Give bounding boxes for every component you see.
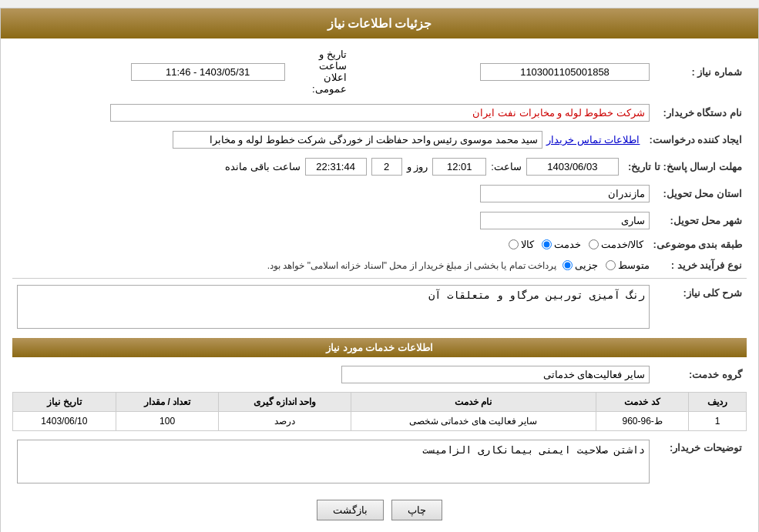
col-vahed: واحد اندازه گیری (219, 393, 351, 412)
tabaqe-kala-khidmat-label: کالا/خدمت (601, 239, 644, 250)
tarikh-deadline: 1403/06/03 (526, 158, 619, 176)
farayand-motavasset-label: متوسط (618, 259, 650, 271)
bazgasht-button[interactable]: بازگشت (317, 500, 384, 520)
tabaqe-khedmat-label: خدمت (554, 239, 581, 250)
sharh-koli-label: شرح کلی نیاز: (654, 283, 747, 333)
ostan-label: استان محل تحویل: (654, 182, 747, 205)
cell-radif: 1 (689, 412, 747, 431)
services-table: ردیف کد خدمت نام خدمت واحد اندازه گیری ت… (12, 392, 747, 431)
ostan-value: مازندران (480, 185, 650, 202)
nooe-farayand-label: نوع فرآیند خرید : (654, 257, 747, 273)
tabaqe-kala-khidmat[interactable]: کالا/خدمت (589, 239, 644, 250)
baqi-mande-label: ساعت باقی مانده (225, 161, 300, 172)
shahr-value: ساری (480, 212, 650, 229)
service-info-title: اطلاعات خدمات مورد نیاز (12, 338, 747, 357)
tabaqe-radio-group: کالا/خدمت خدمت کالا (509, 239, 644, 250)
farayand-motavasset[interactable]: متوسط (606, 259, 650, 271)
ijad-konande-link[interactable]: اطلاعات تماس خریدار (546, 134, 640, 146)
rooz-value: 2 (371, 158, 402, 176)
cell-vahed: درصد (219, 412, 351, 431)
rooz-label: روز و (407, 161, 428, 172)
farayand-note: پرداخت تمام یا بخشی از مبلغ خریدار از مح… (267, 260, 556, 271)
col-tedad: تعداد / مقدار (116, 393, 219, 412)
farayand-radio-group: متوسط جزیی (563, 259, 650, 271)
cell-kod: ط-96-960 (596, 412, 688, 431)
tabaqe-khedmat-radio[interactable] (542, 239, 552, 249)
ijad-konande-value: سید محمد موسوی رئیس واحد حفاظت از خوردگی… (173, 131, 542, 149)
farayand-jozii-label: جزیی (575, 259, 598, 271)
gorooh-khedmat-value: سایر فعالیت‌های خدماتی (341, 366, 650, 383)
saat-deadline: 12:01 (432, 158, 486, 176)
nam-dastgah-text: شرکت خطوط لوله و مخابرات نفت ایران (472, 107, 645, 119)
farayand-motavasset-radio[interactable] (606, 260, 616, 270)
shahr-label: شهر محل تحویل: (654, 209, 747, 232)
tarikh-saat-value: 1403/05/31 - 11:46 (131, 63, 285, 81)
col-tarikh: تاریخ نیاز (13, 393, 116, 412)
cell-tarikh: 1403/06/10 (13, 412, 116, 431)
tosihaat-label: توضیحات خریدار: (654, 437, 747, 488)
shomara-niaz-label: شماره نیاز : (654, 46, 747, 97)
shomara-niaz-value: 1103001105001858 (480, 63, 650, 81)
mohlat-label: مهلت ارسال پاسخ: تا تاریخ: (623, 156, 747, 178)
cell-tedad: 100 (116, 412, 219, 431)
baqi-mande-value: 22:31:44 (305, 158, 367, 176)
nam-dastgah-value: شرکت خطوط لوله و مخابرات نفت ایران (110, 104, 650, 122)
chap-button[interactable]: چاپ (391, 500, 442, 520)
button-row: چاپ بازگشت (12, 500, 747, 520)
tabaqe-kala-khidmat-radio[interactable] (589, 239, 599, 249)
gorooh-khedmat-label: گروه خدمت: (654, 363, 747, 386)
page-title: جزئیات اطلاعات نیاز (327, 17, 432, 30)
saat-label: ساعت: (491, 161, 522, 172)
col-radif: ردیف (689, 393, 747, 412)
tarikh-saat-label: تاریخ و ساعت اعلان عمومی: (290, 46, 351, 97)
farayand-jozii[interactable]: جزیی (563, 259, 598, 271)
ijad-konande-label: ایجاد کننده درخواست: (644, 129, 747, 151)
col-kod: کد خدمت (596, 393, 688, 412)
tabaqe-kala[interactable]: کالا (509, 239, 534, 250)
nam-dastgah-label: نام دستگاه خریدار: (654, 102, 747, 124)
tosihaat-textarea[interactable] (17, 440, 650, 483)
tabaqe-label: طبقه بندی موضوعی: (648, 236, 747, 253)
col-nam: نام خدمت (351, 393, 596, 412)
cell-nam: سایر فعالیت های خدماتی شخصی (351, 412, 596, 431)
table-row: 1 ط-96-960 سایر فعالیت های خدماتی شخصی د… (13, 412, 747, 431)
farayand-jozii-radio[interactable] (563, 260, 573, 270)
tabaqe-kala-label: کالا (521, 239, 534, 250)
page-header: جزئیات اطلاعات نیاز (1, 8, 758, 38)
tabaqe-khedmat[interactable]: خدمت (542, 239, 581, 250)
sharh-koli-textarea[interactable]: <span data-bind="fields.sharh_koli_value… (17, 285, 650, 329)
tabaqe-kala-radio[interactable] (509, 239, 519, 249)
